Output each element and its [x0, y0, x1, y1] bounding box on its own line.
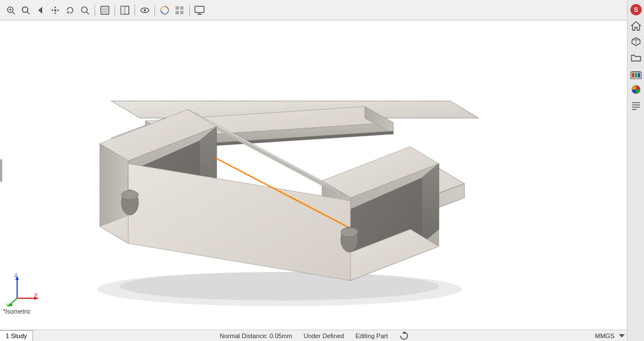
- display-style-icon[interactable]: [99, 4, 111, 17]
- status-bar: 1 Study Normal Distance: 0.05mm Under De…: [0, 330, 644, 341]
- separator-5: [189, 5, 190, 16]
- svg-rect-82: [635, 73, 637, 78]
- svg-rect-81: [632, 73, 634, 78]
- hide-show-icon[interactable]: [138, 4, 151, 17]
- pan-icon[interactable]: [49, 4, 62, 17]
- svg-line-5: [27, 12, 30, 14]
- svg-point-63: [121, 190, 138, 200]
- svg-marker-55: [422, 164, 439, 243]
- svg-point-65: [341, 228, 358, 237]
- svg-point-8: [54, 9, 56, 11]
- svg-marker-91: [619, 334, 625, 338]
- list-icon[interactable]: [629, 98, 643, 113]
- svg-rect-16: [121, 6, 125, 14]
- rotate-icon[interactable]: [64, 4, 76, 17]
- 3d-part-isometric: [0, 21, 627, 330]
- svg-rect-13: [102, 7, 108, 13]
- monitor-icon[interactable]: [193, 4, 206, 17]
- solidworks-logo-icon[interactable]: S: [629, 2, 643, 17]
- svg-line-1: [13, 12, 15, 14]
- zoom-to-fit-icon[interactable]: [5, 4, 17, 17]
- view-label-text: *Isometric: [3, 308, 31, 315]
- svg-text:S: S: [634, 6, 638, 13]
- status-center: Normal Distance: 0.05mm Under Defined Ed…: [33, 331, 594, 340]
- appearance-icon[interactable]: [158, 4, 171, 17]
- display-manager-icon[interactable]: [173, 4, 186, 17]
- svg-marker-7: [38, 7, 42, 14]
- separator-4: [154, 5, 155, 16]
- svg-rect-23: [180, 11, 184, 14]
- svg-rect-20: [176, 6, 179, 10]
- right-panel: S: [627, 0, 644, 341]
- svg-marker-77: [631, 22, 641, 30]
- normal-distance-label: Normal Distance: 0.05mm: [220, 332, 292, 339]
- svg-point-4: [22, 7, 28, 13]
- folder-icon[interactable]: [629, 50, 643, 65]
- toolbar: [0, 0, 627, 21]
- chart-icon[interactable]: [629, 82, 643, 97]
- separator-1: [95, 5, 95, 16]
- editing-part-label: Editing Part: [356, 332, 388, 339]
- zoom-area-icon[interactable]: [19, 4, 32, 17]
- svg-point-34: [120, 272, 439, 301]
- svg-text:X: X: [34, 292, 38, 298]
- under-defined-label: Under Defined: [304, 332, 344, 339]
- svg-line-11: [87, 12, 89, 14]
- units-dropdown-icon[interactable]: [619, 333, 625, 339]
- left-resize-handle[interactable]: [0, 159, 2, 182]
- svg-point-10: [81, 7, 87, 13]
- svg-rect-24: [195, 6, 204, 13]
- tab-study-label: 1 Study: [6, 332, 27, 339]
- svg-rect-22: [176, 11, 179, 14]
- svg-rect-83: [638, 73, 640, 78]
- svg-text:Y: Y: [6, 302, 9, 307]
- tab-study[interactable]: 1 Study: [0, 330, 33, 342]
- section-view-icon[interactable]: [119, 4, 131, 17]
- svg-marker-9: [67, 11, 70, 14]
- appearance-panel-icon[interactable]: [629, 66, 643, 81]
- home-icon[interactable]: [629, 18, 643, 33]
- separator-3: [134, 5, 135, 16]
- axis-indicator: Z X Y: [6, 273, 40, 307]
- svg-rect-6: [23, 7, 27, 12]
- svg-point-18: [144, 9, 146, 11]
- view-label: *Isometric: [3, 308, 31, 315]
- rebuild-icon[interactable]: [400, 331, 409, 340]
- main-viewport: Z X Y *Isometric: [0, 0, 627, 341]
- 3d-view-icon[interactable]: [629, 34, 643, 49]
- units-label: MMGS: [595, 332, 614, 339]
- previous-view-icon[interactable]: [34, 4, 47, 17]
- zoom-icon[interactable]: [79, 4, 91, 17]
- separator-2: [115, 5, 115, 16]
- svg-rect-21: [180, 6, 184, 10]
- svg-text:Z: Z: [14, 273, 18, 278]
